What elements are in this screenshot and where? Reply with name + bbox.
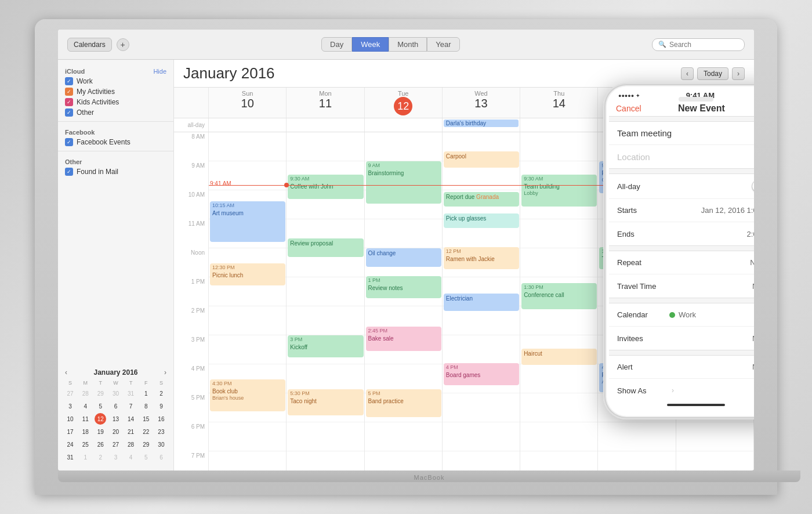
day-col-sat-18[interactable] (676, 422, 754, 451)
mini-cal-day[interactable]: 26 (95, 439, 106, 450)
iphone-travel-field[interactable]: Travel Time None › (609, 274, 754, 298)
day-col-mon-10[interactable] (287, 190, 364, 219)
day-col-sun-10[interactable] (209, 190, 287, 219)
day-col-mon-19[interactable] (287, 451, 364, 470)
iphone-repeat-field[interactable]: Repeat Never › (609, 251, 754, 274)
iphone-event-name-field[interactable] (609, 122, 754, 145)
mini-cal-day[interactable]: 5 (140, 451, 152, 463)
day-col-fri-18[interactable] (598, 422, 676, 451)
today-button[interactable]: Today (697, 67, 728, 80)
mini-cal-day[interactable]: 3 (110, 451, 121, 463)
day-col-mon-12[interactable] (287, 248, 364, 277)
mini-cal-day[interactable]: 29 (140, 439, 152, 450)
mini-cal-day[interactable]: 2 (95, 451, 106, 463)
sidebar-item-work[interactable]: ✓ Work (58, 76, 173, 86)
day-col-sun-14[interactable] (209, 306, 287, 335)
mini-cal-day[interactable]: 6 (155, 451, 167, 463)
mini-cal-day[interactable]: 29 (95, 388, 106, 399)
day-col-wed-11[interactable] (443, 219, 520, 248)
day-col-mon-8[interactable] (287, 132, 364, 161)
mini-cal-day[interactable]: 30 (110, 388, 121, 399)
day-col-fri-19[interactable] (598, 451, 676, 470)
facebook-events-checkbox[interactable]: ✓ (65, 138, 73, 146)
day-col-thu-15[interactable] (520, 335, 598, 364)
day-col-sun-13[interactable] (209, 277, 287, 306)
day-col-wed-16[interactable] (443, 364, 520, 393)
iphone-home-indicator[interactable] (667, 404, 725, 406)
day-col-sun-19[interactable] (209, 451, 287, 470)
sidebar-item-kids-activities[interactable]: ✓ Kids Activities (58, 97, 173, 107)
day-col-tue-17[interactable] (365, 393, 443, 422)
day-col-sat-19[interactable] (676, 451, 754, 470)
mini-cal-day[interactable]: 9 (155, 400, 167, 412)
iphone-starts-field[interactable]: Starts Jan 12, 2016 1:00 PM (609, 199, 754, 222)
day-col-tue-8[interactable] (365, 132, 443, 161)
mini-cal-day[interactable]: 5 (95, 400, 106, 412)
day-col-tue-14[interactable] (365, 306, 443, 335)
mini-cal-day[interactable]: 20 (110, 426, 121, 437)
mini-cal-day[interactable]: 24 (64, 439, 76, 450)
found-in-mail-checkbox[interactable]: ✓ (65, 168, 73, 176)
view-day-button[interactable]: Day (321, 37, 352, 52)
mini-cal-day[interactable]: 21 (125, 426, 137, 437)
day-col-sun-8[interactable] (209, 132, 287, 161)
iphone-invitees-field[interactable]: Invitees None › (609, 327, 754, 350)
mini-cal-day[interactable]: 4 (79, 400, 91, 412)
mini-cal-day[interactable]: 31 (125, 388, 137, 399)
mini-cal-day[interactable]: 2 (155, 388, 167, 399)
day-col-tue-9[interactable] (365, 161, 443, 190)
day-col-tue-10[interactable] (365, 190, 443, 219)
mini-cal-today[interactable]: 12 (95, 413, 106, 425)
mini-cal-day[interactable]: 7 (125, 400, 137, 412)
day-col-tue-12[interactable] (365, 248, 443, 277)
day-col-tue-18[interactable] (365, 422, 443, 451)
day-col-sun-16[interactable] (209, 364, 287, 393)
day-col-tue-15[interactable] (365, 335, 443, 364)
mini-cal-day[interactable]: 25 (79, 439, 91, 450)
day-col-thu-11[interactable] (520, 219, 598, 248)
iphone-allday-field[interactable]: All-day (609, 174, 754, 199)
day-col-wed-18[interactable] (443, 422, 520, 451)
iphone-showas-field[interactable]: Show As › (609, 379, 754, 396)
day-col-mon-14[interactable] (287, 306, 364, 335)
day-col-thu-18[interactable] (520, 422, 598, 451)
day-col-sun-18[interactable] (209, 422, 287, 451)
other-checkbox[interactable]: ✓ (65, 108, 73, 117)
day-col-thu-9[interactable] (520, 161, 598, 190)
mini-cal-day[interactable]: 30 (155, 439, 167, 450)
mini-cal-day[interactable]: 11 (79, 413, 91, 425)
all-day-cell-wed[interactable]: Darla's birthday (443, 118, 520, 132)
view-year-button[interactable]: Year (427, 37, 459, 52)
all-day-cell-sun[interactable] (209, 118, 287, 132)
add-calendar-button[interactable]: + (117, 38, 129, 51)
mini-cal-day[interactable]: 27 (64, 388, 76, 399)
day-col-wed-19[interactable] (443, 451, 520, 470)
mini-cal-day[interactable]: 3 (64, 400, 76, 412)
day-col-thu-16[interactable] (520, 364, 598, 393)
mini-cal-day[interactable]: 1 (140, 388, 152, 399)
day-col-wed-10[interactable] (443, 190, 520, 219)
day-col-thu-13[interactable] (520, 277, 598, 306)
iphone-location-field[interactable]: Location (609, 145, 754, 168)
day-col-wed-14[interactable] (443, 306, 520, 335)
day-col-sun-12[interactable] (209, 248, 287, 277)
day-col-tue-19[interactable] (365, 451, 443, 470)
day-col-thu-8[interactable] (520, 132, 598, 161)
day-col-wed-17[interactable] (443, 393, 520, 422)
iphone-allday-toggle[interactable] (752, 180, 754, 193)
day-col-tue-16[interactable] (365, 364, 443, 393)
mini-cal-day[interactable]: 16 (155, 413, 167, 425)
day-col-sun-15[interactable] (209, 335, 287, 364)
view-month-button[interactable]: Month (389, 37, 427, 52)
day-col-tue-11[interactable] (365, 219, 443, 248)
day-col-mon-16[interactable] (287, 364, 364, 393)
all-day-event-darlas-birthday[interactable]: Darla's birthday (444, 120, 519, 127)
my-activities-checkbox[interactable]: ✓ (65, 88, 73, 96)
mini-cal-day[interactable]: 6 (110, 400, 121, 412)
mini-cal-day[interactable]: 31 (64, 451, 76, 463)
day-col-thu-12[interactable] (520, 248, 598, 277)
iphone-cancel-button[interactable]: Cancel (616, 104, 641, 113)
day-col-sun-17[interactable] (209, 393, 287, 422)
day-col-wed-12[interactable] (443, 248, 520, 277)
iphone-ends-field[interactable]: Ends 2:00 PM (609, 222, 754, 245)
